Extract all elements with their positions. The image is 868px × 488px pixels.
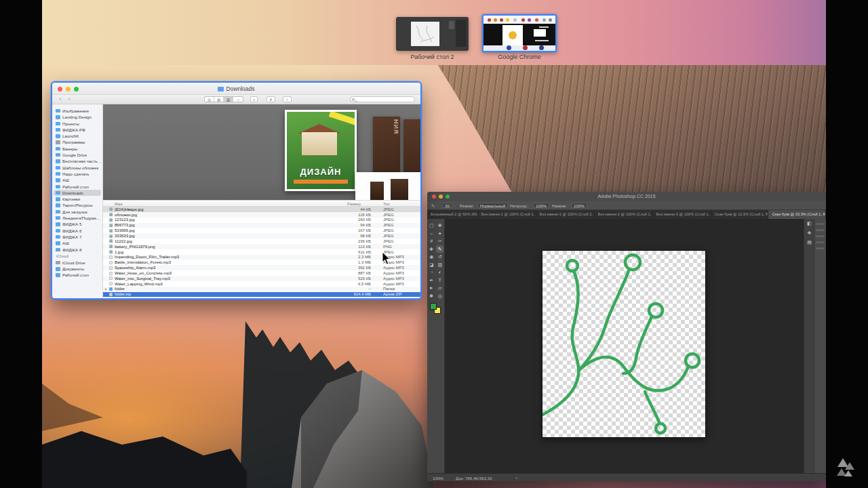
document-tab[interactable]: Без имени-2 @ 100% (Слой 1, RGB/8)× (595, 210, 653, 219)
disclosure-triangle-icon[interactable]: ▸ (105, 287, 107, 291)
action-button[interactable]: ❋ (267, 96, 275, 102)
file-row[interactable]: 866773.jpg94 КБJPEG8 августа 2016 г., 23… (103, 223, 420, 228)
file-row[interactable]: Battle_Intimidation_Forest.mp31,3 МБАуди… (103, 260, 420, 265)
blur-tool[interactable]: ◔ (428, 268, 435, 276)
eraser-tool[interactable]: ◪ (428, 261, 435, 268)
rect-marquee-tool[interactable]: ▢ (428, 222, 435, 229)
crop-tool[interactable]: # (428, 237, 435, 245)
history-brush-tool[interactable]: ↺ (436, 253, 443, 260)
folder-icon (56, 115, 60, 119)
finder-window[interactable]: Downloads ‹ › ▤▦▥▭ ≡ ❋ ⇧ ИзображенияLand… (51, 81, 422, 300)
sidebar-item[interactable]: ФИДЖА.РФ (52, 127, 102, 133)
sidebar-item[interactable]: ФИДЖА 6 (52, 228, 102, 234)
healing-brush-tool[interactable]: ✚ (428, 245, 435, 253)
magic-wand-tool[interactable]: ✦ (436, 230, 443, 237)
status-chevron-icon[interactable]: ‣ (515, 476, 518, 481)
sidebar-item[interactable]: ФИДЖА 5 (52, 221, 102, 227)
file-row[interactable]: 533995.jpg167 КБJPEG8 августа 2016 г., 2… (103, 228, 420, 233)
gradient-tool[interactable]: ▥ (436, 261, 443, 268)
file-row[interactable]: (ЕУА)Нварн.jpg44 КБJPEG1 декабря 2016 г.… (103, 207, 420, 212)
opacity-select[interactable]: 100% (533, 203, 549, 208)
sidebar-item[interactable]: Банеры (52, 146, 102, 152)
panel-layers-icon[interactable]: ▤ (804, 238, 814, 247)
forward-button[interactable]: › (65, 96, 73, 103)
photoshop-window[interactable]: Adobe Photoshop CC 2015 ✎ 30 Режим: Норм… (427, 192, 826, 481)
zoom-tool[interactable]: ◎ (436, 292, 443, 300)
selected-cover[interactable]: ДИЗАЙН (285, 110, 357, 191)
sidebar-item[interactable]: АШ (52, 240, 102, 246)
file-row[interactable]: Impending_Doom_Film_Trailer.mp32,3 МБАуд… (103, 255, 420, 260)
space-thumbnail-chrome[interactable] (482, 14, 557, 52)
arrange-button[interactable]: ≡ (250, 96, 258, 102)
sidebar-item[interactable]: LaunchK (52, 133, 102, 139)
sidebar-item[interactable]: Рабочий стол (52, 184, 102, 190)
file-row[interactable]: Water_Hose_on_Concrete.mp3887 КБАудио MP… (103, 270, 420, 276)
document-tab[interactable]: Без имени-1 @ 100% (Слой 1, RGB/8)× (478, 210, 536, 219)
eyedropper-tool[interactable]: ✑ (436, 237, 443, 245)
file-row[interactable]: Spaceship_Alarm.mp3392 КБАудио MP38 авгу… (103, 265, 420, 270)
space-thumbnail-desktop2[interactable] (396, 17, 469, 51)
shape-tool[interactable]: ▱ (436, 284, 443, 291)
document-tab[interactable]: Безымянный-2 @ 50% (RGB/8)× (427, 210, 478, 219)
sidebar-item[interactable]: Для загрузок (52, 209, 102, 215)
sidebar-item[interactable]: Документы (52, 266, 102, 272)
sidebar-item[interactable]: Google Drive (52, 152, 102, 158)
sidebar-item[interactable]: АШ (52, 177, 102, 183)
photoshop-titlebar[interactable]: Adobe Photoshop CC 2015 (427, 192, 826, 201)
document-tab[interactable]: Без имени-1 @ 100% (Слой 2, RGB/8)× (536, 210, 595, 219)
sidebar-item[interactable]: Лендинги/Подраз… (52, 215, 102, 221)
path-selection-tool[interactable]: ► (428, 284, 435, 291)
panel-adjustments-icon[interactable]: ❖ (804, 228, 814, 238)
mode-select[interactable]: Нормальный (477, 203, 508, 208)
sidebar-item[interactable]: Программы (52, 139, 102, 145)
file-row[interactable]: ▸folder--Папка8 августа 2016 г., 19:01 (103, 287, 420, 292)
file-row[interactable]: 11222.jpg236 КБJPEG8 августа 2016 г., 23… (103, 239, 420, 244)
document-canvas[interactable] (542, 251, 705, 437)
sidebar-item[interactable]: Картинки (52, 196, 102, 202)
list-column-headers[interactable]: Имя Размер Тип Дата добавления (103, 200, 420, 207)
file-row[interactable]: folder.zip914,4 МБАрхив ZIP8 августа 201… (103, 292, 420, 298)
finder-titlebar[interactable]: Downloads (52, 83, 420, 95)
file-row[interactable]: 1.jpg611 КБJPEG8 августа 2016 г., 19:18 (103, 249, 420, 255)
move-tool[interactable]: ✥ (436, 222, 443, 229)
file-row[interactable]: 123123.jpg260 КБJPEG8 августа 2016 г., 2… (103, 218, 420, 223)
file-row[interactable]: 333533.jpg98 КБJPEG8 августа 2016 г., 23… (103, 233, 420, 239)
dodge-tool[interactable]: ◐ (436, 268, 443, 276)
zoom-level[interactable]: 100% (433, 476, 443, 481)
type-tool[interactable]: T (436, 277, 443, 284)
brush-tool[interactable]: ✎ (436, 245, 443, 253)
clone-stamp-tool[interactable]: ◉ (428, 253, 435, 260)
pen-tool[interactable]: ✒ (428, 277, 435, 284)
sidebar-item[interactable]: ФИДЖА 7 (52, 234, 102, 240)
file-row[interactable]: обложки.jpg126 КБJPEG8 августа 2016 г., … (103, 212, 420, 218)
sidebar-item[interactable]: Проекты (52, 121, 102, 127)
back-button[interactable]: ‹ (56, 96, 64, 103)
sidebar-item[interactable]: Downloads (54, 190, 101, 196)
file-row[interactable]: battery_PNG1979.png113 КБPNG8 августа 20… (103, 244, 420, 249)
sidebar-item[interactable]: ФИДЖА 8 (52, 247, 102, 253)
sidebar-item[interactable]: Бесплатная часть… (52, 158, 102, 164)
sidebar-item[interactable]: Рабочий стол (52, 272, 102, 278)
sidebar-item[interactable]: iCloud Drive (52, 260, 102, 266)
hand-tool[interactable]: ✱ (428, 292, 435, 300)
sidebar-item[interactable]: Landing Design (52, 114, 102, 120)
document-tab[interactable]: Без имени-3 @ 100% (Слой 1, RGB/8)× (653, 210, 711, 219)
view-mode-control[interactable]: ▤▦▥▭ (204, 96, 243, 102)
document-tab[interactable]: Скан букв @ 33,3% (Слой 1, RGB/8)× (768, 210, 826, 219)
share-button[interactable]: ⇧ (283, 96, 292, 102)
lasso-tool[interactable]: ∽ (428, 230, 435, 237)
canvas-area[interactable] (445, 219, 804, 473)
brush-preset-picker[interactable]: 30 (442, 203, 452, 208)
sidebar-item[interactable]: Таргет/Ресурсы (52, 202, 102, 208)
coverflow-view[interactable]: НИЯ НИЯ НИЯ ДИЗАЙН (ЕУА)Нварн.jp (103, 104, 420, 200)
sidebar-item[interactable]: Изображения (52, 108, 102, 114)
file-row[interactable]: Water_into_Surgical_Tray.mp3529 КБАудио … (103, 276, 420, 281)
flow-select[interactable]: 100% (571, 203, 587, 208)
file-row[interactable]: Water_Lapping_Wind.mp36,5 МБАудио MP38 а… (103, 281, 420, 287)
document-tab[interactable]: Скан букв @ 12,5% (Слой 1, RGB/8)× (711, 210, 769, 219)
search-input[interactable] (350, 96, 415, 102)
sidebar-item[interactable]: Надо сделать (52, 171, 102, 177)
panel-color-icon[interactable]: ◧ (804, 219, 814, 228)
sidebar-item[interactable]: Шаблоны обложек (52, 165, 102, 171)
foreground-color-swatch[interactable] (430, 303, 437, 310)
